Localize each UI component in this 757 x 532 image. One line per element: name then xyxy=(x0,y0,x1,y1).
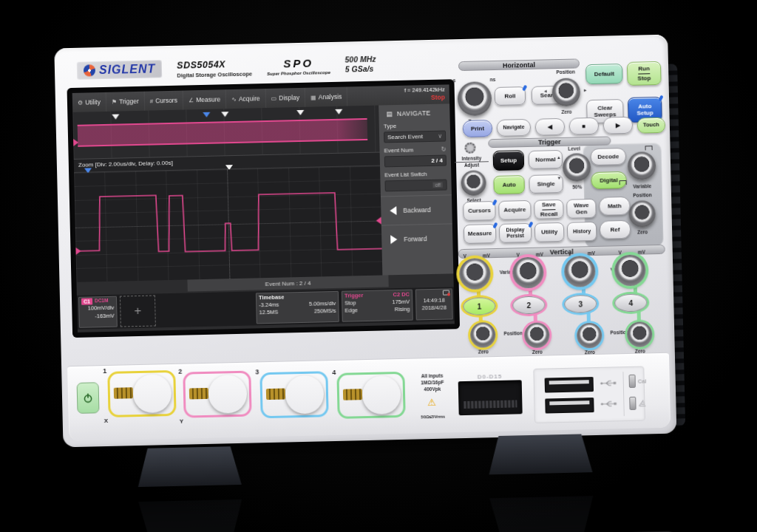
refresh-icon[interactable]: ↻ xyxy=(441,146,447,152)
acquisition-state: Stop xyxy=(404,93,445,102)
channel4-button[interactable]: 4 xyxy=(614,293,648,312)
event-marker-icon[interactable] xyxy=(221,112,228,117)
intensity-adjust-knob[interactable] xyxy=(461,170,486,196)
acquire-button[interactable]: Acquire xyxy=(498,200,532,220)
menu-display[interactable]: ▭Display xyxy=(265,88,305,108)
run-label: Run xyxy=(638,66,650,75)
print-button[interactable]: Print xyxy=(463,120,493,137)
horizontal-scale-knob[interactable] xyxy=(457,81,492,116)
menu-utility[interactable]: ⚙Utility xyxy=(72,92,107,112)
navigate-title: NAVIGATE xyxy=(397,109,431,117)
channel2-position-knob[interactable] xyxy=(524,322,550,348)
play-backward-button[interactable]: ◀ xyxy=(535,118,566,136)
menu-acquire[interactable]: ∿Acquire xyxy=(226,89,266,109)
event-list-toggle[interactable]: off xyxy=(384,179,447,191)
zero-label: Zero xyxy=(525,349,550,355)
trigger-setup-button[interactable]: Setup xyxy=(493,150,525,171)
nanoseconds-label: ns xyxy=(486,77,498,82)
plus-icon: + xyxy=(134,304,141,318)
spo-subtitle: Super Phosphor Oscilloscope xyxy=(267,70,330,76)
play-stop-button[interactable]: ■ xyxy=(569,117,600,135)
current-event-marker-icon[interactable] xyxy=(203,112,210,117)
math-button[interactable]: Math xyxy=(599,197,631,216)
channel1-tag: C1 xyxy=(81,298,92,305)
channel1-button[interactable]: 1 xyxy=(463,297,496,316)
volts-label: V xyxy=(513,252,523,257)
chevron-down-icon: ∨ xyxy=(438,133,442,140)
cursors-button[interactable]: Cursors xyxy=(463,201,496,221)
add-channel-button[interactable]: + xyxy=(120,295,156,327)
trigger-slope: Rising xyxy=(394,306,410,314)
digital-input-port xyxy=(458,380,523,415)
bnc1-contact-pads xyxy=(114,387,133,399)
save-recall-button[interactable]: Save Recall xyxy=(534,200,564,219)
front-panel-body: SIGLENT SDS5054X Digital Storage Oscillo… xyxy=(54,35,676,448)
channel3-button[interactable]: 3 xyxy=(564,295,597,313)
menu-analysis[interactable]: ▦Analysis xyxy=(305,87,348,107)
roll-button[interactable]: Roll xyxy=(495,86,526,106)
status-bar: C1DC1M 100mV/div -163mV + Timebase -3.24… xyxy=(77,287,455,330)
position1-label: Position xyxy=(498,330,528,336)
screen: ⚙Utility ⚑Trigger #Cursors ∠Measure ∿Acq… xyxy=(72,84,455,332)
decode-button[interactable]: Decode xyxy=(591,148,627,166)
millivolts-label: mV xyxy=(584,250,599,256)
touch-button[interactable]: Touch xyxy=(637,117,665,134)
flag-icon: ⚑ xyxy=(112,98,117,105)
front-connector-strip: 1 X 2 Y 3 4 xyxy=(67,352,671,441)
oscilloscope-device: SIGLENT SDS5054X Digital Storage Oscillo… xyxy=(54,35,677,492)
event-num-field[interactable]: 2 / 4 xyxy=(384,154,447,167)
display-persist-button[interactable]: Display Persist xyxy=(499,223,532,243)
timebase-samples: 12.5MS xyxy=(259,309,278,317)
play-forward-button[interactable]: ▶ xyxy=(603,117,634,134)
event-marker-icon[interactable] xyxy=(296,110,304,115)
acquire-icon: ∿ xyxy=(231,95,237,102)
channel2-scale-knob[interactable] xyxy=(512,257,544,289)
model-number: SDS5054X xyxy=(177,59,225,70)
usb-icon xyxy=(600,399,617,409)
forward-icon xyxy=(390,235,397,244)
measure-button[interactable]: Measure xyxy=(464,224,497,244)
wave-gen-button[interactable]: Wave Gen xyxy=(566,199,597,219)
type-dropdown[interactable]: Search Event ∨ xyxy=(384,131,446,143)
channel1-position-knob[interactable] xyxy=(470,322,496,348)
type-label: Type xyxy=(384,122,446,130)
utility-button[interactable]: Utility xyxy=(534,222,565,242)
overview-waveform-band xyxy=(78,118,368,147)
ref-button[interactable]: Ref xyxy=(600,220,631,239)
stand-foot-right xyxy=(488,434,592,474)
channel4-scale-knob[interactable] xyxy=(614,254,646,286)
channel1-scale-knob[interactable] xyxy=(459,258,491,290)
trigger-auto-button[interactable]: Auto xyxy=(493,175,525,194)
up-arrow-icon: ▲ xyxy=(557,155,561,160)
navigate-button[interactable]: Navigate xyxy=(497,119,532,137)
zoom-settings-label: Zoom [Div: 2.00us/div, Delay: 0.00s] xyxy=(78,160,173,168)
forward-button[interactable]: Forward xyxy=(386,228,449,250)
channel3-scale-knob[interactable] xyxy=(564,256,596,287)
channel2-button[interactable]: 2 xyxy=(512,296,546,315)
run-stop-button[interactable]: Run Stop xyxy=(627,61,662,86)
brand-logo-text: SIGLENT xyxy=(99,62,156,77)
channel4-position-knob[interactable] xyxy=(627,321,653,347)
bandwidth-spec: 500 MHz xyxy=(344,54,376,64)
horizontal-position-knob[interactable] xyxy=(551,78,580,106)
timebase-status-box[interactable]: Timebase -3.24ms5.00ms/div 12.5MS250MS/s xyxy=(256,291,339,324)
trigger-status-box[interactable]: TriggerC2 DC Stop175mV EdgeRising xyxy=(342,290,413,322)
channel3-position-knob[interactable] xyxy=(577,323,602,349)
menu-cursors[interactable]: #Cursors xyxy=(144,91,183,111)
channel1-status-box[interactable]: C1DC1M 100mV/div -163mV xyxy=(78,296,118,328)
backward-button[interactable]: Backward xyxy=(385,199,448,221)
screen-bezel: ⚙Utility ⚑Trigger #Cursors ∠Measure ∿Acq… xyxy=(67,79,461,338)
history-button[interactable]: History xyxy=(567,222,597,242)
trigger-type: Edge xyxy=(344,307,358,316)
default-button[interactable]: Default xyxy=(585,64,623,84)
event-marker-icon[interactable] xyxy=(335,109,342,115)
stand-foot-left xyxy=(138,446,242,487)
event-marker-icon[interactable] xyxy=(112,115,119,120)
bnc4-number: 4 xyxy=(332,369,336,376)
power-button[interactable] xyxy=(77,382,100,414)
menu-trigger[interactable]: ⚑Trigger xyxy=(106,92,145,112)
timebase-rate: 250MS/s xyxy=(314,307,336,316)
millivolts-label: mV xyxy=(479,253,494,258)
down-arrow-icon: ▼ xyxy=(557,176,561,180)
menu-measure[interactable]: ∠Measure xyxy=(183,89,227,109)
